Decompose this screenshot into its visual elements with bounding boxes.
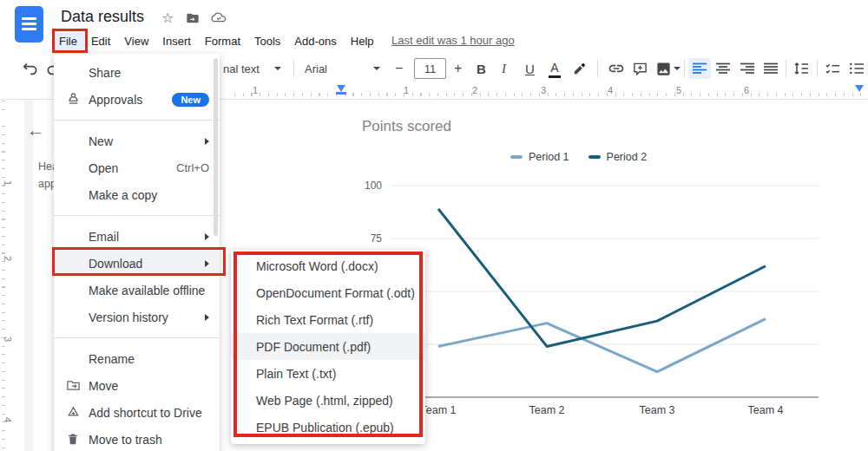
file-menu-item-approvals[interactable]: ApprovalsNew: [54, 86, 220, 113]
ruler-number: 4: [3, 417, 13, 428]
vertical-ruler[interactable]: 1234: [0, 101, 24, 451]
text-color-button[interactable]: A: [549, 58, 561, 79]
file-menu-item-move[interactable]: Move: [54, 372, 220, 399]
bulleted-list-icon[interactable]: [849, 58, 865, 79]
chevron-down-icon[interactable]: [274, 58, 281, 79]
submenu-item-web-page-html-zipped-[interactable]: Web Page (.html, zipped): [231, 387, 425, 414]
submenu-item-pdf-document-pdf-[interactable]: PDF Document (.pdf): [231, 333, 425, 360]
text-color-letter: A: [550, 61, 558, 75]
file-menu-item-download[interactable]: Download: [54, 250, 220, 277]
chart-title: Points scored: [362, 118, 451, 135]
increase-font-size-button[interactable]: +: [454, 58, 462, 79]
page-margin-strip: [24, 101, 33, 451]
file-menu-item-rename[interactable]: Rename: [54, 345, 220, 372]
menu-help[interactable]: Help: [344, 31, 381, 51]
align-right-button[interactable]: [740, 58, 755, 79]
menu-item-label: Email: [89, 230, 198, 244]
legend-swatch: [589, 155, 601, 159]
ruler-number: 4: [608, 85, 613, 95]
chevron-down-icon[interactable]: [674, 58, 681, 79]
chart-plot[interactable]: 255075100Team 1Team 2Team 3Team 4: [356, 173, 842, 425]
bold-button[interactable]: B: [477, 58, 486, 79]
ruler-number: 1: [404, 85, 409, 95]
star-icon[interactable]: ☆: [161, 11, 174, 25]
ruler-ticks: [234, 93, 865, 96]
menu-item-label: New: [89, 134, 198, 148]
menu-format[interactable]: Format: [198, 31, 247, 51]
file-menu-item-make-a-copy[interactable]: Make a copy: [54, 181, 220, 208]
menu-divider: [54, 120, 220, 121]
ruler-ticks: [2, 101, 5, 451]
left-indent-bar[interactable]: [336, 92, 346, 95]
undo-icon[interactable]: [23, 58, 39, 79]
document-title[interactable]: Data results: [61, 8, 144, 26]
file-menu-item-new[interactable]: New: [54, 127, 220, 154]
legend-entry-period-1: Period 1: [510, 151, 569, 163]
file-menu-item-version-history[interactable]: Version history: [54, 304, 220, 330]
submenu-item-epub-publication-epub-[interactable]: EPUB Publication (.epub): [231, 414, 425, 441]
file-menu-item-open[interactable]: OpenCtrl+O: [54, 154, 220, 181]
ruler-number: 3: [3, 337, 13, 347]
file-menu-item-email[interactable]: Email: [54, 223, 220, 250]
align-left-button[interactable]: [688, 58, 711, 79]
close-outline-arrow-icon[interactable]: ←: [27, 121, 44, 141]
file-menu-item-move-to-trash[interactable]: Move to trash: [54, 426, 220, 451]
toolbar-divider: [786, 60, 786, 77]
google-docs-window: Data results ☆ FileEditViewInsertFormatT…: [0, 0, 868, 451]
add-comment-icon[interactable]: [633, 58, 648, 79]
file-menu-item-add-shortcut-to-drive[interactable]: Add shortcut to Drive: [54, 399, 220, 426]
align-center-button[interactable]: [715, 58, 731, 79]
underline-button[interactable]: U: [525, 58, 535, 79]
ytick-label-75: 75: [371, 232, 383, 245]
series-line-period-2: [438, 209, 766, 347]
right-indent-marker[interactable]: [855, 85, 864, 92]
ruler-number: 2: [472, 85, 477, 95]
menu-add-ons[interactable]: Add-ons: [287, 31, 343, 51]
menu-edit[interactable]: Edit: [84, 31, 117, 51]
legend-entry-period-2: Period 2: [589, 151, 648, 163]
insert-image-icon[interactable]: [655, 58, 672, 79]
menu-item-label: Make a copy: [89, 188, 209, 202]
line-spacing-icon[interactable]: [793, 58, 809, 79]
submenu-item-plain-text-txt-[interactable]: Plain Text (.txt): [231, 360, 425, 387]
left-indent-marker[interactable]: [337, 85, 345, 92]
menu-item-label: Make available offline: [89, 284, 209, 297]
file-menu-item-share[interactable]: Share: [54, 59, 220, 86]
font-size-input[interactable]: 11: [414, 58, 446, 79]
decrease-font-size-button[interactable]: −: [395, 58, 403, 79]
highlight-color-icon[interactable]: [572, 58, 587, 79]
font-family-select[interactable]: Arial: [305, 58, 327, 79]
menu-tools[interactable]: Tools: [247, 31, 287, 51]
menu-divider: [54, 215, 220, 216]
align-justify-button[interactable]: [763, 58, 779, 79]
google-docs-logo[interactable]: [15, 6, 43, 42]
file-menu: ShareApprovalsNewNewOpenCtrl+OMake a cop…: [54, 54, 220, 451]
ruler-number: 2: [3, 256, 13, 266]
chevron-down-icon[interactable]: [373, 58, 380, 79]
chart-legend: Period 1Period 2: [510, 151, 647, 163]
xtick-label-1: Team 1: [421, 404, 457, 416]
ruler-number: 5: [676, 85, 681, 95]
menu-item-label: Open: [89, 161, 176, 175]
submenu-arrow-icon: [205, 260, 209, 267]
menu-view[interactable]: View: [117, 31, 155, 51]
legend-swatch: [510, 155, 523, 159]
checklist-icon[interactable]: [825, 58, 840, 79]
stamp-icon: [66, 92, 89, 107]
menu-insert[interactable]: Insert: [155, 31, 198, 51]
menu-item-label: Rename: [89, 352, 209, 366]
folder-move-icon: [66, 378, 89, 393]
cloud-saved-icon[interactable]: [211, 12, 227, 26]
new-badge: New: [172, 93, 209, 107]
move-folder-icon[interactable]: [186, 12, 200, 27]
menu-file[interactable]: File: [52, 31, 84, 51]
submenu-item-opendocument-format-odt-[interactable]: OpenDocument Format (.odt): [231, 279, 425, 306]
insert-link-icon[interactable]: [608, 58, 625, 79]
submenu-item-rich-text-format-rtf-[interactable]: Rich Text Format (.rtf): [231, 306, 425, 333]
paragraph-style-select[interactable]: nal text: [223, 58, 260, 79]
legend-label: Period 2: [607, 151, 648, 163]
file-menu-item-make-available-offline[interactable]: Make available offline: [54, 277, 220, 304]
submenu-item-microsoft-word-docx-[interactable]: Microsoft Word (.docx): [231, 252, 425, 279]
italic-button[interactable]: I: [502, 58, 506, 79]
last-edit-link[interactable]: Last edit was 1 hour ago: [391, 34, 515, 47]
